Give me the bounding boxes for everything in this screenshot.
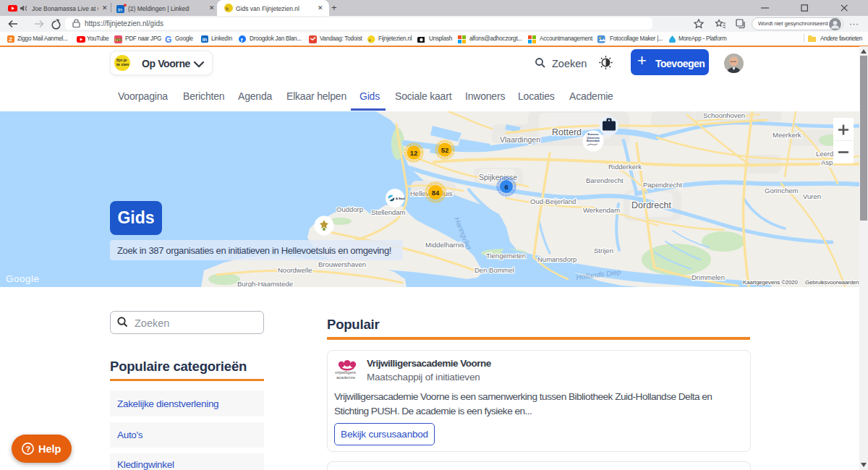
svg-text:Ridderkerk: Ridderkerk bbox=[608, 163, 642, 171]
svg-text:Google: Google bbox=[6, 273, 40, 284]
svg-text:Schoonhoven: Schoonhoven bbox=[703, 111, 745, 119]
svg-text:Rotterd: Rotterd bbox=[552, 127, 582, 137]
svg-text:Den Bommel: Den Bommel bbox=[475, 266, 514, 274]
svg-text:Rotterdam: Rotterdam bbox=[587, 140, 600, 142]
svg-text:PDF: PDF bbox=[116, 38, 122, 42]
svg-text:Middelharnis: Middelharnis bbox=[425, 241, 464, 249]
svg-text:84: 84 bbox=[432, 189, 440, 197]
svg-text:Z: Z bbox=[9, 36, 12, 43]
svg-text:te zien: te zien bbox=[116, 62, 129, 67]
svg-text:fjt: fjt bbox=[226, 7, 229, 11]
svg-text:f: f bbox=[241, 37, 243, 43]
svg-text:?: ? bbox=[26, 445, 31, 453]
svg-text:Barendrecht: Barendrecht bbox=[586, 176, 624, 184]
svg-text:in: in bbox=[203, 37, 207, 42]
svg-text:6: 6 bbox=[504, 184, 508, 191]
svg-text:A Saal: A Saal bbox=[396, 197, 405, 200]
svg-text:vrijwilligers: vrijwilligers bbox=[335, 370, 356, 375]
svg-text:Ouddorp: Ouddorp bbox=[336, 205, 363, 213]
svg-text:G: G bbox=[165, 35, 171, 43]
svg-text:Strijen: Strijen bbox=[594, 247, 613, 255]
svg-text:Vuren: Vuren bbox=[803, 192, 821, 200]
svg-text:Gebruiksvoorwaarden: Gebruiksvoorwaarden bbox=[805, 279, 859, 286]
svg-text:Leerd: Leerd bbox=[816, 150, 833, 158]
svg-text:Noordwelle: Noordwelle bbox=[278, 266, 312, 274]
svg-text:Brouwershaven: Brouwershaven bbox=[318, 260, 366, 268]
svg-text:in: in bbox=[118, 7, 122, 13]
svg-text:Tiengemeten: Tiengemeten bbox=[486, 252, 526, 260]
svg-text:Kaartgegevens ©2020: Kaartgegevens ©2020 bbox=[743, 279, 799, 286]
svg-text:academie: academie bbox=[336, 375, 356, 380]
svg-text:12: 12 bbox=[410, 149, 418, 157]
svg-text:Dordrecht: Dordrecht bbox=[631, 200, 671, 210]
svg-text:University: University bbox=[587, 137, 599, 140]
svg-text:Burgh-Haamstede: Burgh-Haamstede bbox=[237, 280, 293, 287]
svg-text:Erasmus: Erasmus bbox=[587, 133, 598, 136]
svg-text:Numansdorp: Numansdorp bbox=[537, 255, 576, 263]
svg-text:Oud-Beijerland: Oud-Beijerland bbox=[530, 197, 576, 205]
svg-text:52: 52 bbox=[441, 146, 449, 154]
svg-text:Asp: Asp bbox=[821, 158, 833, 166]
svg-text:Drimmelen: Drimmelen bbox=[692, 273, 725, 281]
svg-text:Meerkerk: Meerkerk bbox=[773, 131, 801, 139]
svg-text:Werkendam: Werkendam bbox=[583, 206, 620, 214]
svg-text:Gorinchem: Gorinchem bbox=[765, 187, 799, 195]
svg-text:Stellendam: Stellendam bbox=[371, 208, 406, 216]
svg-text:Vlaardingen: Vlaardingen bbox=[500, 135, 540, 144]
svg-text:Papendrecht: Papendrecht bbox=[643, 181, 682, 189]
